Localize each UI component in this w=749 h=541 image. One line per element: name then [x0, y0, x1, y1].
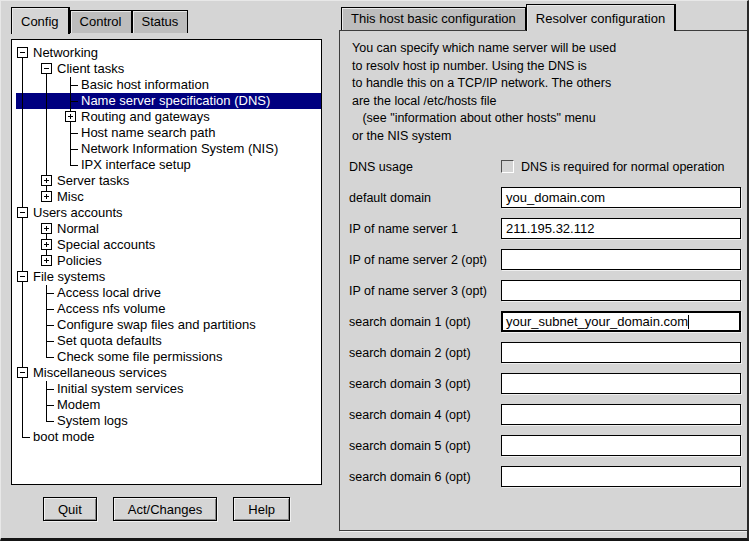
form-row: search domain 5 (opt) [349, 435, 741, 456]
expand-icon[interactable] [40, 221, 54, 237]
linuxconf-window: ConfigControlStatus NetworkingClient tas… [0, 0, 749, 541]
search-domain-2-opt-input[interactable] [501, 342, 741, 363]
tree-item-label: System logs [57, 413, 128, 429]
field-label: DNS usage [349, 160, 501, 174]
form-row: search domain 3 (opt) [349, 373, 741, 394]
tab-this-host-basic-configuration[interactable]: This host basic configuration [341, 7, 526, 30]
quit-button[interactable]: Quit [43, 497, 97, 521]
tree-connector [40, 301, 54, 317]
tree-item[interactable]: Basic host information [16, 77, 321, 93]
tree-connector [64, 125, 78, 141]
tab-control[interactable]: Control [70, 10, 132, 33]
default-domain-input[interactable]: you_domain.com [501, 187, 741, 208]
tab-resolver-configuration[interactable]: Resolver configuration [526, 4, 676, 31]
tree-guide-line [16, 77, 40, 93]
search-domain-4-opt-input[interactable] [501, 404, 741, 425]
tree-item[interactable]: System logs [16, 413, 321, 429]
tree-guide-line [16, 93, 40, 109]
ip-of-name-server-3-opt-input[interactable] [501, 280, 741, 301]
ip-of-name-server-2-opt-input[interactable] [501, 249, 741, 270]
tree-guide-line [16, 221, 40, 237]
tree-item[interactable]: Access local drive [16, 285, 321, 301]
dns-required-checkbox[interactable] [501, 160, 514, 173]
tree-item[interactable]: Normal [16, 221, 321, 237]
collapse-icon[interactable] [16, 269, 30, 285]
tree-item-label: Host name search path [81, 125, 215, 141]
search-domain-6-opt-input[interactable] [501, 466, 741, 487]
tree-item[interactable]: Routing and gateways [16, 109, 321, 125]
tab-config[interactable]: Config [11, 7, 70, 34]
field-label: IP of name server 3 (opt) [349, 284, 501, 298]
tree-item[interactable]: Special accounts [16, 237, 321, 253]
tree-item[interactable]: Users accounts [16, 205, 321, 221]
collapse-icon[interactable] [16, 205, 30, 221]
tree-item-label: Basic host information [81, 77, 209, 93]
tree-item-label: Initial system services [57, 381, 183, 397]
ip-of-name-server-1-input[interactable]: 211.195.32.112 [501, 218, 741, 239]
help-button[interactable]: Help [233, 497, 290, 521]
tree-item[interactable]: Check some file permissions [16, 349, 321, 365]
tree-item-label: Networking [33, 45, 98, 61]
tree-item-label: Check some file permissions [57, 349, 222, 365]
tree-item[interactable]: Name server specification (DNS) [16, 93, 321, 109]
field-label: search domain 2 (opt) [349, 346, 501, 360]
expand-icon[interactable] [40, 189, 54, 205]
tab-status[interactable]: Status [132, 10, 189, 33]
tree-item[interactable]: boot mode [16, 429, 321, 445]
tree-item-label: Configure swap files and partitions [57, 317, 256, 333]
tree-item-label: Routing and gateways [81, 109, 210, 125]
tree-connector [40, 413, 54, 429]
tree-item-label: Network Information System (NIS) [81, 141, 278, 157]
tree-item[interactable]: Miscellaneous services [16, 365, 321, 381]
tree-connector [16, 429, 30, 445]
tree-item-label: Access local drive [57, 285, 161, 301]
collapse-icon[interactable] [40, 61, 54, 77]
tree-item[interactable]: IPX interface setup [16, 157, 321, 173]
search-domain-3-opt-input[interactable] [501, 373, 741, 394]
resolver-form: DNS usageDNS is required for normal oper… [349, 156, 741, 497]
form-row: default domainyou_domain.com [349, 187, 741, 208]
form-row: search domain 2 (opt) [349, 342, 741, 363]
act-changes-button[interactable]: Act/Changes [113, 497, 217, 521]
form-row: search domain 4 (opt) [349, 404, 741, 425]
tree-item[interactable]: Client tasks [16, 61, 321, 77]
tree-guide-line [16, 61, 40, 77]
tree-item[interactable]: Network Information System (NIS) [16, 141, 321, 157]
tree-item[interactable]: Server tasks [16, 173, 321, 189]
tree-item[interactable]: Networking [16, 45, 321, 61]
tree-item[interactable]: Configure swap files and partitions [16, 317, 321, 333]
field-value: your_subnet_your_domain.com [506, 314, 688, 329]
tree-item[interactable]: Policies [16, 253, 321, 269]
tree-guide-line [16, 141, 40, 157]
search-domain-5-opt-input[interactable] [501, 435, 741, 456]
collapse-icon[interactable] [16, 365, 30, 381]
tree-item[interactable]: File systems [16, 269, 321, 285]
tree-item[interactable]: Modem [16, 397, 321, 413]
form-row: IP of name server 3 (opt) [349, 280, 741, 301]
form-row: IP of name server 2 (opt) [349, 249, 741, 270]
tree-item[interactable]: Host name search path [16, 125, 321, 141]
tree-connector [64, 77, 78, 93]
checkbox-label: DNS is required for normal operation [521, 160, 725, 174]
expand-icon[interactable] [64, 109, 78, 125]
tree-guide-line [40, 141, 64, 157]
tree-connector [40, 381, 54, 397]
tree-guide-line [40, 109, 64, 125]
tree-connector [40, 285, 54, 301]
tree-item[interactable]: Initial system services [16, 381, 321, 397]
expand-icon[interactable] [40, 253, 54, 269]
config-tree[interactable]: NetworkingClient tasksBasic host informa… [11, 39, 322, 485]
tree-item-label: Miscellaneous services [33, 365, 167, 381]
search-domain-1-opt-input[interactable]: your_subnet_your_domain.com [501, 311, 741, 332]
tree-item[interactable]: Set quota defaults [16, 333, 321, 349]
tree-item-label: Modem [57, 397, 100, 413]
tree-item[interactable]: Access nfs volume [16, 301, 321, 317]
form-row: search domain 1 (opt)your_subnet_your_do… [349, 311, 741, 332]
tree-connector [64, 93, 78, 109]
expand-icon[interactable] [40, 173, 54, 189]
field-label: default domain [349, 191, 501, 205]
tree-item-label: Set quota defaults [57, 333, 162, 349]
expand-icon[interactable] [40, 237, 54, 253]
collapse-icon[interactable] [16, 45, 30, 61]
tree-item[interactable]: Misc [16, 189, 321, 205]
